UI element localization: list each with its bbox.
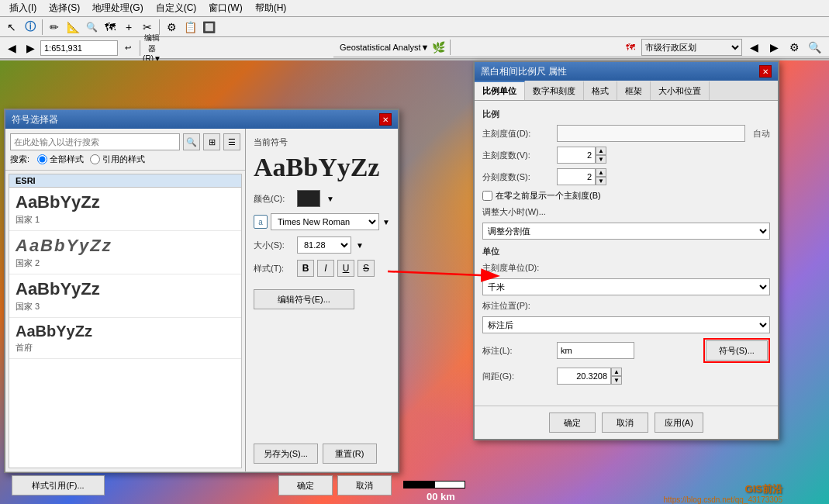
label-4: 首府 xyxy=(16,342,33,354)
size-dropdown-arrow[interactable]: ▼ xyxy=(356,241,364,250)
unit-select-row: 千米 xyxy=(482,278,770,295)
tab-size-position[interactable]: 大小和位置 xyxy=(651,81,710,100)
show-zero-checkbox[interactable] xyxy=(482,191,492,201)
props-cancel-btn[interactable]: 取消 xyxy=(602,413,648,433)
style-ref-btn[interactable]: 样式引用(F)... xyxy=(12,475,105,495)
symbol-list-panel: 🔍 ⊞ ☰ 搜索: 全部样式 引用的样式 xyxy=(5,129,246,471)
layer-dropdown[interactable]: 市级行政区划 xyxy=(641,39,742,56)
geo-title: Geostatistical Analyst▼ xyxy=(340,43,429,52)
sub-div-down[interactable]: ▼ xyxy=(596,177,606,185)
add-data-tool[interactable]: + xyxy=(120,19,137,36)
sub-div-up[interactable]: ▲ xyxy=(596,168,606,177)
menu-insert[interactable]: 插入(I) xyxy=(3,0,43,16)
search-input[interactable] xyxy=(10,133,180,150)
color-dropdown-arrow[interactable]: ▼ xyxy=(325,195,336,203)
extra-tool1[interactable]: ⚙ xyxy=(163,19,180,36)
tab-format[interactable]: 格式 xyxy=(584,81,617,100)
gap-input[interactable]: 20.3208 xyxy=(557,368,611,385)
edit-symbol-btn[interactable]: 编辑符号(E)... xyxy=(254,289,354,309)
back-btn[interactable]: ◀ xyxy=(3,40,20,57)
select-tool[interactable]: ↖ xyxy=(3,19,20,36)
style-list[interactable]: ESRI AaBbYyZz 国家 1 AaBbYyZz 国家 2 AaBbYyZ… xyxy=(9,174,242,468)
list-item[interactable]: AaBbYyZz 首府 xyxy=(9,318,241,359)
zoom-in-tool[interactable]: 🔍 xyxy=(83,19,100,36)
symbol-ok-btn[interactable]: 确定 xyxy=(278,475,333,495)
props-dialog-close[interactable]: ✕ xyxy=(759,65,772,78)
gap-up[interactable]: ▲ xyxy=(611,368,622,376)
saveas-btn[interactable]: 另存为(S)... xyxy=(254,444,318,464)
info-tool[interactable]: ⓘ xyxy=(22,19,39,36)
main-div-down[interactable]: ▼ xyxy=(596,155,606,164)
menu-window[interactable]: 窗口(W) xyxy=(202,0,248,16)
list-item[interactable]: AaBbYyZz 国家 2 xyxy=(9,231,241,274)
props-tabs: 比例单位 数字和刻度 格式 框架 大小和位置 xyxy=(475,81,778,101)
layer-next[interactable]: ▶ xyxy=(765,39,782,56)
show-zero-row: 在零之前显示一个主刻度(B) xyxy=(482,190,770,202)
menu-help[interactable]: 帮助(H) xyxy=(249,0,293,16)
adjust-label: 调整大小时(W)... xyxy=(482,206,552,218)
list-view-btn[interactable]: ☰ xyxy=(223,133,240,150)
grid-view-btn[interactable]: ⊞ xyxy=(203,133,220,150)
map-icon: 🗺 xyxy=(626,42,635,53)
bold-btn[interactable]: B xyxy=(297,260,314,277)
reset-btn[interactable]: 重置(R) xyxy=(323,444,377,464)
label-2: 国家 2 xyxy=(16,257,40,269)
symbol-cancel-btn[interactable]: 取消 xyxy=(337,475,392,495)
layer-search[interactable]: 🔍 xyxy=(806,39,823,56)
layer-settings[interactable]: ⚙ xyxy=(786,39,803,56)
radio-all[interactable]: 全部样式 xyxy=(37,154,84,165)
symbol-dialog-close[interactable]: ✕ xyxy=(379,113,392,126)
bottom-action-btns: 另存为(S)... 重置(R) xyxy=(254,444,377,464)
props-ok-btn[interactable]: 确定 xyxy=(549,413,596,433)
tab-scale-unit[interactable]: 比例单位 xyxy=(475,81,525,100)
sub-spin-btns: ▲ ▼ xyxy=(596,168,606,185)
search-button[interactable]: 🔍 xyxy=(183,133,200,150)
color-swatch[interactable] xyxy=(297,190,320,207)
props-apply-btn[interactable]: 应用(A) xyxy=(655,413,703,433)
adjust-select[interactable]: 调整分割值 xyxy=(482,223,770,240)
font-icon: a xyxy=(254,215,268,229)
list-item[interactable]: AaBbYyZz 国家 3 xyxy=(9,274,241,318)
edit-btn[interactable]: 编辑器(R)▼ xyxy=(143,40,161,57)
menu-geoprocess[interactable]: 地理处理(G) xyxy=(86,0,149,16)
preview-2: AaBbYyZz xyxy=(16,236,112,256)
main-divisions-spin: 2 ▲ ▼ xyxy=(557,147,606,164)
extra-tool2[interactable]: 📋 xyxy=(181,19,199,36)
strikethrough-btn[interactable]: S xyxy=(358,260,375,277)
gap-down[interactable]: ▼ xyxy=(611,376,622,385)
radio-ref[interactable]: 引用的样式 xyxy=(90,154,145,165)
main-divisions-input[interactable]: 2 xyxy=(557,147,596,164)
sub-divisions-spin: 2 ▲ ▼ xyxy=(557,168,606,185)
unit-select[interactable]: 千米 xyxy=(482,278,770,295)
list-item[interactable]: AaBbYyZz 国家 1 xyxy=(9,188,241,231)
label-input[interactable]: km xyxy=(557,342,634,359)
scale-input[interactable]: 1:651,931 xyxy=(40,40,118,56)
extra-tool3[interactable]: 🔲 xyxy=(200,19,217,36)
main-scale-auto: 自动 xyxy=(753,128,770,140)
identify-tool[interactable]: 🗺 xyxy=(102,19,119,36)
underline-btn[interactable]: U xyxy=(337,260,354,277)
label-pos-row: 标注位置(P): xyxy=(482,300,770,312)
label-pos-select[interactable]: 标注后 xyxy=(482,316,770,333)
symbol-btn[interactable]: 符号(S)... xyxy=(706,340,768,361)
unit-section: 单位 主刻度单位(D): 千米 标注位置(P): 标注后 标注(L): km xyxy=(482,246,770,385)
italic-btn[interactable]: I xyxy=(317,260,334,277)
size-select[interactable]: 81.28 xyxy=(297,236,351,254)
menu-select[interactable]: 选择(S) xyxy=(43,0,86,16)
scale-bar: 00 km xyxy=(403,481,465,488)
font-dropdown-arrow[interactable]: ▼ xyxy=(382,218,390,226)
main-scale-input[interactable] xyxy=(557,125,745,142)
layer-prev[interactable]: ◀ xyxy=(745,39,762,56)
measure-tool[interactable]: 📐 xyxy=(64,19,81,36)
tab-number-scale[interactable]: 数字和刻度 xyxy=(525,81,584,100)
forward-btn[interactable]: ▶ xyxy=(22,40,39,57)
scale-go-btn[interactable]: ↩ xyxy=(119,40,136,57)
font-select[interactable]: Times New Roman xyxy=(271,213,379,230)
props-dialog-bottom: 确定 取消 应用(A) xyxy=(475,406,778,439)
tab-frame[interactable]: 框架 xyxy=(617,81,651,100)
sub-divisions-input[interactable]: 2 xyxy=(557,168,596,185)
main-div-up[interactable]: ▲ xyxy=(596,147,606,155)
draw-tool[interactable]: ✏ xyxy=(46,19,63,36)
toolbar1: ↖ ⓘ ✏ 📐 🔍 🗺 + ✂ ⚙ 📋 🔲 xyxy=(0,17,829,37)
menu-customize[interactable]: 自定义(C) xyxy=(150,0,203,16)
